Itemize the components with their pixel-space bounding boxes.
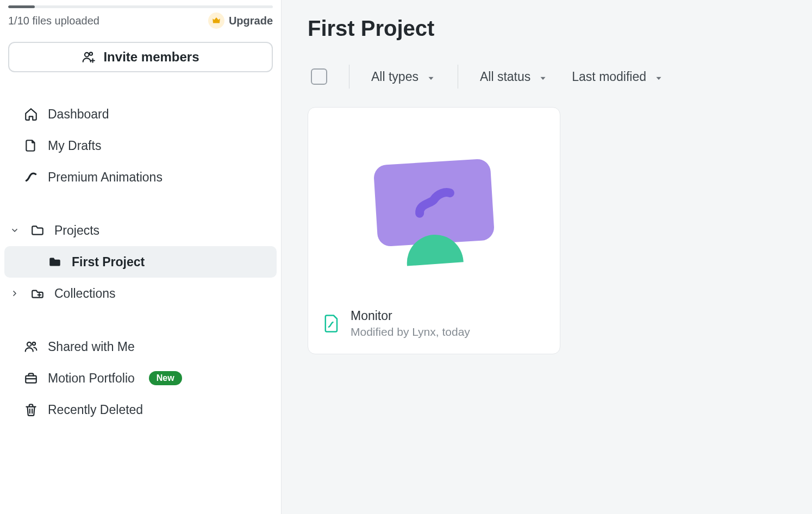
nav-premium[interactable]: Premium Animations <box>0 161 281 193</box>
svg-rect-4 <box>26 376 36 383</box>
nav-portfolio-label: Motion Portfolio <box>48 371 135 386</box>
chevron-down-icon[interactable] <box>9 226 21 235</box>
nav-projects-label: Projects <box>54 223 99 238</box>
filter-status[interactable]: All status <box>480 67 548 86</box>
filter-row: All types All status Last modified <box>308 65 786 89</box>
chevron-right-icon[interactable] <box>9 289 21 298</box>
svg-point-1 <box>90 52 92 55</box>
nav-shared-label: Shared with Me <box>48 340 135 354</box>
people-plus-icon <box>82 50 96 64</box>
nav-mydrafts-label: My Drafts <box>48 139 101 153</box>
collection-icon <box>30 286 45 300</box>
nav-mydrafts[interactable]: My Drafts <box>0 130 281 161</box>
wave-icon <box>24 170 38 184</box>
nav-dashboard-label: Dashboard <box>48 107 109 122</box>
home-icon <box>24 107 38 121</box>
nav-portfolio[interactable]: Motion Portfolio New <box>0 362 281 394</box>
nav-dashboard[interactable]: Dashboard <box>0 98 281 130</box>
upgrade-label: Upgrade <box>229 15 273 27</box>
invite-members-button[interactable]: Invite members <box>8 42 273 72</box>
caret-down-icon <box>426 72 436 82</box>
animation-file-icon <box>323 314 340 334</box>
nav-projects[interactable]: Projects <box>0 215 281 246</box>
file-card[interactable]: Monitor Modified by Lynx, today <box>308 107 560 354</box>
file-icon <box>24 139 38 153</box>
filter-types[interactable]: All types <box>371 67 436 86</box>
card-footer: Monitor Modified by Lynx, today <box>308 298 560 354</box>
svg-point-2 <box>27 342 32 347</box>
filter-sort-label: Last modified <box>572 70 646 84</box>
card-subtitle: Modified by Lynx, today <box>351 325 470 339</box>
briefcase-icon <box>24 371 38 385</box>
nav-deleted[interactable]: Recently Deleted <box>0 394 281 425</box>
upload-count-text: 1/10 files uploaded <box>8 15 99 27</box>
nav-collections[interactable]: Collections <box>0 278 281 309</box>
main-content: First Project All types All status Last … <box>282 0 812 514</box>
nav-first-project-label: First Project <box>72 255 145 269</box>
preview-art-screen <box>373 159 495 247</box>
select-all-checkbox[interactable] <box>311 68 327 85</box>
sidebar: 1/10 files uploaded Upgrade Invite membe… <box>0 0 282 514</box>
new-badge: New <box>149 371 182 385</box>
filter-sort[interactable]: Last modified <box>572 67 664 86</box>
people-icon <box>24 340 38 354</box>
nav-collections-label: Collections <box>54 286 116 301</box>
folder-icon <box>30 223 45 237</box>
separator <box>458 65 458 89</box>
nav-premium-label: Premium Animations <box>48 170 163 185</box>
card-title: Monitor <box>351 309 470 323</box>
nav-deleted-label: Recently Deleted <box>48 403 143 417</box>
page-title: First Project <box>308 16 786 41</box>
card-text: Monitor Modified by Lynx, today <box>351 309 470 339</box>
upload-progress <box>0 0 281 8</box>
caret-down-icon <box>538 72 548 82</box>
upload-row: 1/10 files uploaded Upgrade <box>0 8 281 29</box>
trash-icon <box>24 403 38 417</box>
svg-point-3 <box>33 342 35 345</box>
folder-filled-icon <box>48 255 62 269</box>
svg-point-0 <box>85 53 89 57</box>
preview-art-squiggle <box>411 185 457 221</box>
invite-label: Invite members <box>103 49 199 65</box>
upgrade-button[interactable]: Upgrade <box>208 12 273 29</box>
nav-shared[interactable]: Shared with Me <box>0 331 281 362</box>
nav-first-project[interactable]: First Project <box>4 246 277 278</box>
filter-types-label: All types <box>371 70 419 84</box>
separator <box>349 65 349 89</box>
filter-status-label: All status <box>480 70 530 84</box>
crown-icon <box>208 12 224 29</box>
sidebar-nav: Dashboard My Drafts Premium Animations P… <box>0 98 281 425</box>
caret-down-icon <box>654 72 664 82</box>
card-preview <box>308 108 560 298</box>
